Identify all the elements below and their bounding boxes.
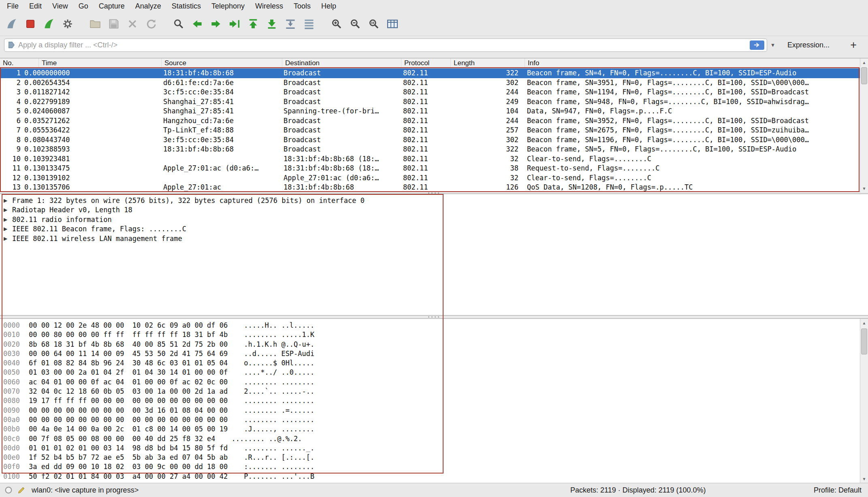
colorize-button[interactable] <box>300 15 318 33</box>
packet-row[interactable]: 10 0.103923481 18:31:bf:4b:8b:68 (18:… 8… <box>0 154 860 164</box>
filter-bookmark-icon[interactable] <box>7 41 16 49</box>
auto-scroll-button[interactable] <box>281 15 300 33</box>
expand-arrow-icon[interactable]: ▶ <box>2 217 12 222</box>
scrollbar-thumb[interactable] <box>861 67 867 84</box>
scrollbar-thumb[interactable] <box>861 328 867 354</box>
packet-row[interactable]: 13 0.130135706 Apple_27:01:ac 18:31:bf:4… <box>0 183 860 192</box>
scroll-up-button[interactable]: ▲ <box>860 319 868 327</box>
scroll-up-button[interactable]: ▲ <box>860 58 868 66</box>
zoom-original-button[interactable] <box>365 15 383 33</box>
column-header-source[interactable]: Source <box>162 58 282 68</box>
capture-comment-icon[interactable] <box>17 486 26 495</box>
close-file-button[interactable] <box>123 15 142 33</box>
menu-item-analyze[interactable]: Analyze <box>130 0 166 12</box>
filter-dropdown-button[interactable]: ▾ <box>767 41 778 49</box>
cell-source: 18:31:bf:4b:8b:68 <box>163 145 284 154</box>
column-header-destination[interactable]: Destination <box>282 58 401 68</box>
save-file-button[interactable] <box>105 15 123 33</box>
go-to-packet-button[interactable] <box>225 15 244 33</box>
zoom-in-button[interactable] <box>327 15 346 33</box>
go-first-packet-button[interactable] <box>244 15 262 33</box>
hex-dump-row[interactable]: 0060 ac 04 01 00 00 0f ac 04 01 00 00 0f… <box>0 378 868 387</box>
zoom-out-button[interactable] <box>346 15 365 33</box>
menu-item-go[interactable]: Go <box>73 0 94 12</box>
resize-columns-icon <box>386 17 399 30</box>
detail-tree-row[interactable]: ▶ Frame 1: 322 bytes on wire (2576 bits)… <box>0 196 868 205</box>
reload-file-button[interactable] <box>142 15 160 33</box>
menu-item-tools[interactable]: Tools <box>288 0 316 12</box>
detail-tree-row[interactable]: ▶ IEEE 802.11 Beacon frame, Flags: .....… <box>0 224 868 234</box>
profile-label[interactable]: Profile: Default <box>814 486 862 495</box>
apply-arrow-icon <box>753 42 761 48</box>
menu-item-telephony[interactable]: Telephony <box>206 0 250 12</box>
packet-row[interactable]: 5 0.024060087 Shanghai_27:85:41 Spanning… <box>0 107 860 116</box>
resize-columns-button[interactable] <box>383 15 402 33</box>
hex-dump-row[interactable]: 00f0 3a ed dd 09 00 10 18 02 03 00 9c 00… <box>0 462 868 471</box>
wireshark-fin-button[interactable] <box>2 15 21 33</box>
packet-row[interactable]: 4 0.022799189 Shanghai_27:85:41 Broadcas… <box>0 97 860 107</box>
packet-row[interactable]: 12 0.130139102 Apple_27:01:ac (d0:a6:… 8… <box>0 173 860 183</box>
hex-dump-row[interactable]: 00a0 00 00 00 00 00 00 00 00 00 00 00 00… <box>0 415 868 424</box>
packet-row[interactable]: 3 0.011827142 3c:f5:cc:0e:35:84 Broadcas… <box>0 87 860 97</box>
packet-row[interactable]: 7 0.055536422 Tp-LinkT_ef:48:88 Broadcas… <box>0 126 860 135</box>
column-header-info[interactable]: Info <box>525 58 860 68</box>
pane-splitter-handle[interactable] <box>424 316 442 318</box>
packet-row[interactable]: 1 0.000000000 18:31:bf:4b:8b:68 Broadcas… <box>0 68 860 78</box>
hex-dump-row[interactable]: 0040 6f 01 08 82 84 8b 96 24 30 48 6c 03… <box>0 358 868 368</box>
go-back-button[interactable] <box>188 15 207 33</box>
find-packet-button[interactable] <box>169 15 188 33</box>
go-last-packet-button[interactable] <box>262 15 281 33</box>
expand-arrow-icon[interactable]: ▶ <box>2 198 12 203</box>
detail-tree-row[interactable]: ▶ Radiotap Header v0, Length 18 <box>0 205 868 215</box>
column-header-length[interactable]: Length <box>451 58 525 68</box>
capture-options-button[interactable] <box>58 15 77 33</box>
hex-dump-row[interactable]: 0000 00 00 12 00 2e 48 00 00 10 02 6c 09… <box>0 321 868 330</box>
detail-tree-row[interactable]: ▶ 802.11 radio information <box>0 215 868 224</box>
detail-tree-row[interactable]: ▶ IEEE 802.11 wireless LAN management fr… <box>0 234 868 243</box>
add-filter-button[interactable]: + <box>850 40 857 51</box>
column-header-protocol[interactable]: Protocol <box>401 58 451 68</box>
packet-row[interactable]: 11 0.130133475 Apple_27:01:ac (d0:a6:… 1… <box>0 164 860 173</box>
hex-dump-row[interactable]: 00d0 01 01 01 02 01 00 03 14 98 d8 bd b4… <box>0 444 868 453</box>
menu-item-capture[interactable]: Capture <box>94 0 130 12</box>
menu-item-view[interactable]: View <box>47 0 73 12</box>
hex-dump-row[interactable]: 00e0 1f 52 b4 b5 b7 72 ae e5 5b ab 3a ed… <box>0 453 868 462</box>
open-file-button[interactable] <box>86 15 105 33</box>
menu-item-file[interactable]: File <box>2 0 24 12</box>
cell-time: 0.130133475 <box>24 164 163 173</box>
column-header-no[interactable]: No. <box>0 58 39 68</box>
hex-dump-row[interactable]: 0030 00 00 64 00 11 14 00 09 45 53 50 2d… <box>0 349 868 358</box>
expression-button[interactable]: Expression... <box>787 41 830 49</box>
hex-dump-row[interactable]: 0080 19 17 ff ff ff 00 00 00 00 00 00 00… <box>0 396 868 405</box>
hex-dump-row[interactable]: 00c0 00 7f 08 05 00 08 00 00 00 40 dd 25… <box>0 434 868 444</box>
hex-dump-row[interactable]: 0070 32 04 0c 12 18 60 0b 05 03 00 1a 00… <box>0 387 868 396</box>
packet-row[interactable]: 6 0.035271262 Hangzhou_cd:7a:6e Broadcas… <box>0 116 860 126</box>
expert-info-icon[interactable] <box>4 486 13 495</box>
menu-item-statistics[interactable]: Statistics <box>166 0 206 12</box>
apply-filter-button[interactable] <box>750 41 764 50</box>
stop-capture-button[interactable] <box>21 15 40 33</box>
menu-item-edit[interactable]: Edit <box>24 0 47 12</box>
expand-arrow-icon[interactable]: ▶ <box>2 226 12 232</box>
hex-dump-row[interactable]: 0020 8b 68 18 31 bf 4b 8b 68 40 00 85 51… <box>0 340 868 349</box>
cell-destination: Broadcast <box>284 135 403 145</box>
hex-dump-row[interactable]: 0100 50 f2 02 01 01 84 00 03 a4 00 00 27… <box>0 472 868 481</box>
restart-capture-button[interactable] <box>40 15 58 33</box>
column-header-time[interactable]: Time <box>39 58 162 68</box>
packet-row[interactable]: 8 0.080443740 3e:f5:cc:0e:35:84 Broadcas… <box>0 135 860 145</box>
menu-item-wireless[interactable]: Wireless <box>250 0 288 12</box>
hex-dump-row[interactable]: 0090 00 00 00 00 00 00 00 00 00 3d 16 01… <box>0 406 868 415</box>
packet-row[interactable]: 9 0.102388593 18:31:bf:4b:8b:68 Broadcas… <box>0 145 860 154</box>
display-filter-input[interactable] <box>18 41 750 49</box>
scroll-down-button[interactable]: ▼ <box>860 475 868 483</box>
hex-dump-row[interactable]: 00b0 00 4a 0e 14 00 0a 00 2c 01 c8 00 14… <box>0 424 868 434</box>
packet-row[interactable]: 2 0.002654354 d6:61:fe:cd:7a:6e Broadcas… <box>0 78 860 88</box>
expand-arrow-icon[interactable]: ▶ <box>2 236 12 241</box>
menu-item-help[interactable]: Help <box>316 0 341 12</box>
hex-dump-row[interactable]: 0010 00 00 80 00 00 00 ff ff ff ff ff ff… <box>0 330 868 339</box>
expand-arrow-icon[interactable]: ▶ <box>2 207 12 213</box>
cell-length: 38 <box>451 164 520 173</box>
hex-dump-row[interactable]: 0050 01 03 00 00 2a 01 04 2f 01 04 30 14… <box>0 368 868 377</box>
go-forward-button[interactable] <box>207 15 225 33</box>
scroll-down-button[interactable]: ▼ <box>860 184 868 192</box>
